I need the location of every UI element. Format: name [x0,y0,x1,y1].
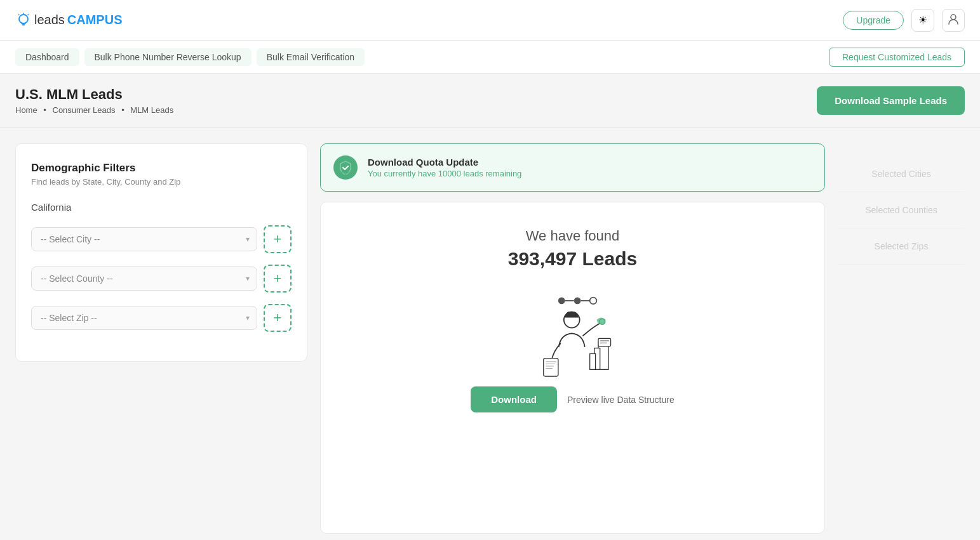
logo-leads-text: leads [34,13,65,27]
zip-select-wrapper: -- Select Zip -- ▾ [31,306,257,330]
breadcrumb: Home • Consumer Leads • MLM Leads [15,105,173,115]
quota-shield-icon [333,155,358,180]
right-panel: Selected Cities Selected Counties Select… [838,143,965,534]
svg-rect-16 [598,338,611,346]
selected-zips-section: Selected Zips [838,228,965,265]
selected-cities-label: Selected Cities [871,169,930,179]
county-select-wrapper: -- Select County -- ▾ [31,267,257,291]
nav-tabs: Dashboard Bulk Phone Number Reverse Look… [15,48,365,66]
svg-point-6 [558,298,565,305]
selected-counties-label: Selected Counties [865,205,937,215]
breadcrumb-home[interactable]: Home [15,105,37,115]
header-right: Upgrade ☀ [843,9,965,32]
upgrade-button[interactable]: Upgrade [843,11,904,30]
state-label: California [31,202,292,213]
city-filter-row: -- Select City -- ▾ + [31,225,292,253]
selected-counties-section: Selected Counties [838,192,965,228]
nav-bar: Dashboard Bulk Phone Number Reverse Look… [0,41,980,74]
svg-line-3 [28,14,29,15]
filters-title: Demographic Filters [31,162,292,175]
leads-count: 393,497 Leads [508,248,637,270]
zip-select[interactable]: -- Select Zip -- [31,306,257,330]
theme-icon: ☀ [918,14,927,26]
page-title-area: U.S. MLM Leads Home • Consumer Leads • M… [15,86,173,115]
city-select-wrapper: -- Select City -- ▾ [31,227,257,251]
quota-subtitle: You currently have 10000 leads remaining [368,169,521,178]
user-profile-button[interactable] [942,9,965,32]
zip-filter-row: -- Select Zip -- ▾ + [31,304,292,332]
svg-rect-19 [543,359,558,376]
svg-point-0 [19,15,28,23]
breadcrumb-sep1: • [43,105,46,115]
breadcrumb-consumer[interactable]: Consumer Leads [53,105,116,115]
filters-subtitle: Find leads by State, City, County and Zi… [31,177,292,187]
add-county-button[interactable]: + [264,265,292,293]
tab-dashboard[interactable]: Dashboard [15,48,79,66]
download-sample-leads-button[interactable]: Download Sample Leads [817,86,965,115]
selected-cities-section: Selected Cities [838,143,965,192]
filters-panel: Demographic Filters Find leads by State,… [15,143,307,362]
leads-card: We have found 393,497 Leads [320,202,825,534]
selected-zips-label: Selected Zips [875,241,929,251]
breadcrumb-mlm[interactable]: MLM Leads [130,105,173,115]
add-zip-button[interactable]: + [264,304,292,332]
county-select[interactable]: -- Select County -- [31,267,257,291]
tab-email-verification[interactable]: Bulk Email Verification [257,48,365,66]
quota-text: Download Quota Update You currently have… [368,157,521,178]
leads-illustration [509,285,636,386]
theme-toggle-button[interactable]: ☀ [911,9,934,32]
svg-point-5 [951,15,956,20]
action-buttons: Download Preview live Data Structure [471,386,675,412]
found-label: We have found [526,228,620,244]
user-icon [948,13,959,27]
logo: leads CAMPUS [15,12,122,29]
request-customized-leads-button[interactable]: Request Customized Leads [829,48,965,67]
quota-banner: Download Quota Update You currently have… [320,143,825,192]
logo-bulb-icon [15,12,32,29]
svg-point-10 [589,298,596,305]
center-panel: Download Quota Update You currently have… [320,143,825,534]
county-filter-row: -- Select County -- ▾ + [31,265,292,293]
quota-title: Download Quota Update [368,157,521,168]
city-select[interactable]: -- Select City -- [31,227,257,251]
tab-phone-lookup[interactable]: Bulk Phone Number Reverse Lookup [84,48,252,66]
svg-rect-15 [589,353,595,369]
download-button[interactable]: Download [471,386,557,412]
page-header: U.S. MLM Leads Home • Consumer Leads • M… [0,74,980,128]
svg-line-4 [18,14,20,15]
svg-point-8 [574,298,581,305]
breadcrumb-sep2: • [121,105,124,115]
main-content: Demographic Filters Find leads by State,… [0,128,980,540]
page-title: U.S. MLM Leads [15,86,173,103]
header: leads CAMPUS Upgrade ☀ [0,0,980,41]
logo-campus-text: CAMPUS [67,13,123,27]
preview-button[interactable]: Preview live Data Structure [567,395,675,405]
add-city-button[interactable]: + [264,225,292,253]
